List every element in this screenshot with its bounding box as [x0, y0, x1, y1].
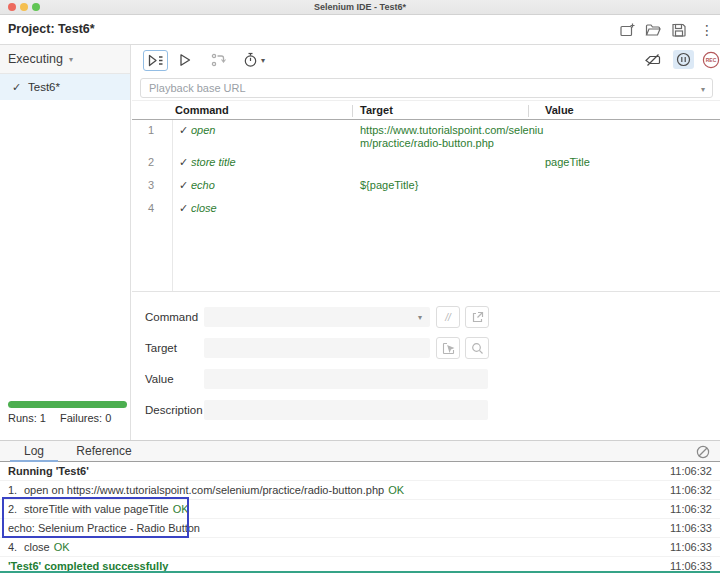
- clear-circle-slash-icon: [696, 445, 710, 459]
- pen-slash-icon: [644, 53, 662, 67]
- test-name-label: Test6*: [28, 74, 60, 100]
- target-selector-icon: [442, 342, 455, 355]
- log-entry: 1. open on https://www.tutorialspoint.co…: [0, 481, 720, 500]
- ok-status: OK: [173, 503, 189, 515]
- runs-count: Runs: 1: [8, 412, 46, 424]
- ok-status: OK: [388, 484, 404, 496]
- log-entry-number: 2.: [8, 500, 17, 519]
- row-number: 2: [138, 156, 154, 168]
- window-titlebar: Selenium IDE - Test6*: [0, 0, 720, 15]
- run-all-icon: [147, 53, 164, 68]
- chevron-down-icon: ▾: [418, 313, 422, 322]
- project-bar: Project: Test6* ⋮: [0, 15, 720, 45]
- check-icon: ✓: [179, 179, 188, 192]
- playback-toolbar: ▾ REC: [132, 45, 720, 75]
- row-number: 3: [138, 179, 154, 191]
- chevron-down-icon: ▾: [69, 55, 73, 64]
- column-divider[interactable]: [528, 105, 529, 117]
- run-all-tests-button[interactable]: [143, 50, 168, 71]
- value-field-label: Value: [145, 373, 174, 385]
- log-text: echo: Selenium Practice - Radio Button: [8, 519, 200, 538]
- check-icon: ✓: [179, 156, 188, 169]
- new-project-button[interactable]: [618, 21, 636, 39]
- run-stats: Runs: 1Failures: 0: [8, 412, 125, 424]
- target-input[interactable]: [204, 338, 430, 358]
- command-select[interactable]: ▾: [204, 307, 430, 327]
- step-over-button[interactable]: [211, 53, 226, 67]
- tab-reference[interactable]: Reference: [72, 441, 136, 462]
- test-speed-button[interactable]: [243, 52, 258, 68]
- comment-toggle-button[interactable]: //: [436, 306, 460, 328]
- svg-text:REC: REC: [706, 57, 717, 63]
- find-target-button[interactable]: [465, 337, 489, 359]
- window-title: Selenium IDE - Test6*: [0, 2, 720, 12]
- sidebar-item-test6[interactable]: ✓ Test6*: [0, 74, 130, 100]
- open-reference-button[interactable]: [465, 306, 489, 328]
- log-text: Running 'Test6': [8, 462, 89, 481]
- open-project-button[interactable]: [644, 21, 662, 39]
- row-command: close: [191, 202, 217, 214]
- select-target-button[interactable]: [436, 337, 460, 359]
- log-entry: echo: Selenium Practice - Radio Button 1…: [0, 519, 720, 538]
- run-progress-bar: [8, 401, 127, 408]
- open-in-window-icon: [471, 311, 484, 324]
- header-command: Command: [175, 104, 229, 116]
- clear-log-button[interactable]: [696, 445, 710, 459]
- description-field-label: Description: [145, 404, 203, 416]
- target-field-label: Target: [145, 342, 177, 354]
- row-number: 4: [138, 202, 154, 214]
- log-entry-number: 1.: [8, 481, 17, 500]
- log-tabbar: Log Reference: [0, 440, 720, 462]
- log-entry: 2. storeTitle with value pageTitleOK 11:…: [0, 500, 720, 519]
- playback-base-url-input[interactable]: [141, 79, 712, 97]
- speed-dropdown-caret[interactable]: ▾: [261, 56, 265, 65]
- record-button[interactable]: REC: [702, 51, 720, 69]
- url-dropdown-caret[interactable]: ▾: [701, 85, 705, 94]
- search-icon: [471, 342, 484, 355]
- command-field-label: Command: [145, 311, 198, 323]
- row-command: open: [191, 124, 215, 136]
- run-current-test-button[interactable]: [178, 53, 192, 67]
- table-bottom-border: [132, 291, 720, 292]
- open-folder-icon: [644, 21, 662, 39]
- row-command: echo: [191, 179, 215, 191]
- log-timestamp: 11:06:33: [670, 538, 712, 557]
- column-divider[interactable]: [352, 105, 353, 117]
- stopwatch-icon: [243, 52, 258, 68]
- value-input[interactable]: [204, 369, 488, 389]
- log-text: closeOK: [24, 538, 70, 557]
- row-target: ${pageTitle}: [360, 179, 546, 192]
- check-icon: ✓: [12, 74, 21, 100]
- tests-dropdown-label: Executing: [8, 52, 63, 66]
- play-icon: [178, 53, 192, 67]
- header-target: Target: [360, 104, 393, 116]
- log-timestamp: 11:06:33: [670, 519, 712, 538]
- project-label: Project:: [8, 22, 55, 36]
- command-table-header: Command Target Value: [132, 100, 720, 120]
- disable-breakpoints-button[interactable]: [644, 53, 662, 67]
- log-text: open on https://www.tutorialspoint.com/s…: [24, 481, 404, 500]
- pause-circle-icon: [676, 52, 691, 67]
- new-project-icon: [618, 21, 636, 39]
- check-icon: ✓: [179, 202, 188, 215]
- failures-count: Failures: 0: [60, 412, 111, 424]
- tests-dropdown[interactable]: Executing▾: [0, 45, 130, 74]
- check-icon: ✓: [179, 124, 188, 137]
- ok-status: OK: [54, 541, 70, 553]
- save-project-button[interactable]: [670, 21, 688, 39]
- playback-base-url-field: ▾: [140, 78, 713, 98]
- pause-on-exceptions-button[interactable]: [673, 50, 694, 69]
- step-over-icon: [211, 53, 226, 67]
- log-entry: 4. closeOK 11:06:33: [0, 538, 720, 557]
- rec-icon: REC: [702, 51, 720, 69]
- project-name: Test6*: [58, 22, 95, 36]
- log-entry: Running 'Test6' 11:06:32: [0, 462, 720, 481]
- tab-log[interactable]: Log: [10, 441, 58, 462]
- log-text: storeTitle with value pageTitleOK: [24, 500, 189, 519]
- save-icon: [670, 21, 688, 39]
- number-column-divider: [172, 120, 173, 291]
- project-title: Project: Test6*: [8, 22, 95, 36]
- row-command: store title: [191, 156, 236, 168]
- description-input[interactable]: [204, 400, 488, 420]
- more-options-button[interactable]: ⋮: [700, 21, 710, 39]
